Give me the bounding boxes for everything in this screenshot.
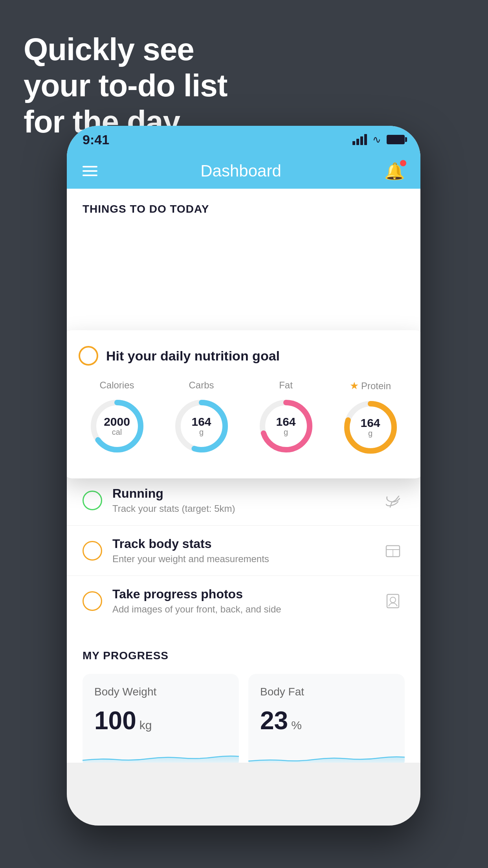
things-to-do-header: THINGS TO DO TODAY <box>67 189 420 223</box>
body-weight-title: Body Weight <box>94 686 227 698</box>
nutrition-stats-row: Calories 2000 cal <box>79 380 409 459</box>
star-icon: ★ <box>350 380 359 392</box>
fat-donut: 164 g <box>255 395 317 458</box>
fat-stat: Fat 164 g <box>255 380 317 459</box>
scale-icon <box>381 539 405 563</box>
body-fat-unit: % <box>291 719 302 732</box>
todo-circle-progress-photos <box>83 591 102 611</box>
progress-section-title: MY PROGRESS <box>83 649 405 662</box>
protein-stat: ★ Protein 164 g <box>339 380 402 459</box>
nutrition-card: Hit your daily nutrition goal Calories <box>67 330 420 478</box>
body-fat-title: Body Fat <box>260 686 393 698</box>
nutrition-card-label: Hit your daily nutrition goal <box>106 348 280 364</box>
todo-item-body-stats[interactable]: Track body stats Enter your weight and m… <box>67 525 420 576</box>
todo-subtitle-body-stats: Enter your weight and measurements <box>112 554 371 565</box>
todo-circle-running <box>83 491 102 510</box>
carbs-stat: Carbs 164 g <box>170 380 233 459</box>
nutrition-todo-circle[interactable] <box>79 346 98 366</box>
battery-icon <box>387 135 405 144</box>
todo-subtitle-progress-photos: Add images of your front, back, and side <box>112 604 371 615</box>
notification-button[interactable]: 🔔 <box>384 162 405 181</box>
body-weight-unit: kg <box>139 719 152 732</box>
phone-frame: 9:41 ∿ Dashboard 🔔 <box>67 126 420 826</box>
todo-title-running: Running <box>112 486 371 501</box>
calories-stat: Calories 2000 cal <box>86 380 149 459</box>
todo-circle-body-stats <box>83 541 102 561</box>
notification-badge <box>400 160 406 166</box>
calories-label: Calories <box>99 380 134 391</box>
status-bar: 9:41 ∿ <box>67 126 420 153</box>
body-fat-value: 23 % <box>260 706 393 735</box>
carbs-value: 164 g <box>191 416 211 437</box>
fat-label: Fat <box>279 380 293 391</box>
status-icons: ∿ <box>352 134 405 146</box>
body-weight-value: 100 kg <box>94 706 227 735</box>
carbs-donut: 164 g <box>170 395 233 458</box>
todo-list: Running Track your stats (target: 5km) <box>67 467 420 634</box>
protein-value: 164 g <box>360 417 380 438</box>
status-time: 9:41 <box>83 132 109 147</box>
body-weight-sparkline <box>83 741 239 763</box>
todo-title-body-stats: Track body stats <box>112 537 371 551</box>
body-fat-sparkline <box>248 741 405 763</box>
protein-donut: 164 g <box>339 396 402 459</box>
app-header: Dashboard 🔔 <box>67 153 420 189</box>
menu-button[interactable] <box>83 166 97 176</box>
todo-text-body-stats: Track body stats Enter your weight and m… <box>112 537 371 565</box>
progress-section: MY PROGRESS Body Weight 100 kg <box>67 634 420 763</box>
wifi-icon: ∿ <box>372 134 381 146</box>
svg-point-12 <box>390 597 396 603</box>
todo-subtitle-running: Track your stats (target: 5km) <box>112 503 371 514</box>
todo-text-running: Running Track your stats (target: 5km) <box>112 486 371 514</box>
body-weight-card[interactable]: Body Weight 100 kg <box>83 674 239 763</box>
carbs-label: Carbs <box>189 380 214 391</box>
progress-cards-row: Body Weight 100 kg <box>83 674 405 763</box>
headline: Quickly see your to-do list for the day. <box>24 31 227 140</box>
todo-text-progress-photos: Take progress photos Add images of your … <box>112 587 371 615</box>
running-icon <box>381 489 405 512</box>
todo-item-running[interactable]: Running Track your stats (target: 5km) <box>67 475 420 525</box>
header-title: Dashboard <box>200 162 281 180</box>
portrait-icon <box>381 589 405 613</box>
fat-value: 164 g <box>276 416 295 437</box>
todo-title-progress-photos: Take progress photos <box>112 587 371 601</box>
signal-icon <box>352 134 367 145</box>
calories-donut: 2000 cal <box>86 395 149 458</box>
main-content: THINGS TO DO TODAY Hit your daily nutrit… <box>67 189 420 826</box>
body-fat-card[interactable]: Body Fat 23 % <box>248 674 405 763</box>
app-content-area: THINGS TO DO TODAY Hit your daily nutrit… <box>67 189 420 763</box>
protein-label-row: ★ Protein <box>350 380 391 392</box>
calories-value: 2000 cal <box>104 416 130 437</box>
protein-label: Protein <box>361 381 391 392</box>
nutrition-card-title-row: Hit your daily nutrition goal <box>79 346 409 366</box>
todo-item-progress-photos[interactable]: Take progress photos Add images of your … <box>67 576 420 626</box>
